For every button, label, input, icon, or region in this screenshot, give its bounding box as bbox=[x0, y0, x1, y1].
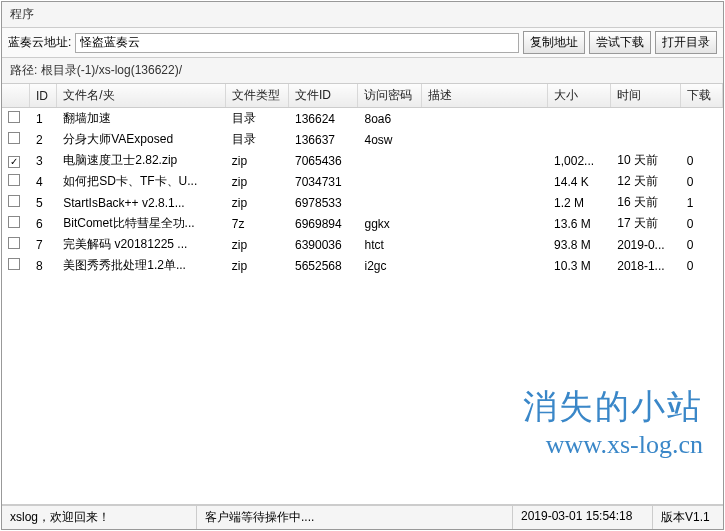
cell-name: 美图秀秀批处理1.2单... bbox=[57, 255, 226, 276]
cell-pwd: 4osw bbox=[358, 129, 421, 150]
cell-desc bbox=[421, 213, 547, 234]
cell-desc bbox=[421, 108, 547, 130]
cell-fid: 6978533 bbox=[288, 192, 358, 213]
col-time[interactable]: 时间 bbox=[611, 84, 681, 108]
cell-pwd bbox=[358, 171, 421, 192]
cell-dl: 0 bbox=[680, 234, 722, 255]
status-time: 2019-03-01 15:54:18 bbox=[513, 506, 653, 529]
copy-address-button[interactable]: 复制地址 bbox=[523, 31, 585, 54]
cell-dl: 0 bbox=[680, 150, 722, 171]
col-fid[interactable]: 文件ID bbox=[288, 84, 358, 108]
cell-type: zip bbox=[225, 234, 288, 255]
col-id[interactable]: ID bbox=[29, 84, 56, 108]
col-pwd[interactable]: 访问密码 bbox=[358, 84, 421, 108]
cell-type: 7z bbox=[225, 213, 288, 234]
col-type[interactable]: 文件类型 bbox=[225, 84, 288, 108]
row-checkbox[interactable] bbox=[8, 237, 20, 249]
cell-time bbox=[611, 129, 681, 150]
cell-desc bbox=[421, 255, 547, 276]
cell-pwd: htct bbox=[358, 234, 421, 255]
cell-time bbox=[611, 108, 681, 130]
window-title: 程序 bbox=[2, 2, 723, 27]
table-row[interactable]: 5StartIsBack++ v2.8.1...zip69785331.2 M1… bbox=[2, 192, 723, 213]
cell-id: 2 bbox=[29, 129, 56, 150]
cell-desc bbox=[421, 171, 547, 192]
path-row: 路径: 根目录(-1)/xs-log(136622)/ bbox=[2, 58, 723, 83]
cell-name: 电脑速度卫士2.82.zip bbox=[57, 150, 226, 171]
cell-type: 目录 bbox=[225, 108, 288, 130]
cell-time: 17 天前 bbox=[611, 213, 681, 234]
cell-fid: 136637 bbox=[288, 129, 358, 150]
cell-dl bbox=[680, 129, 722, 150]
cell-time: 2018-1... bbox=[611, 255, 681, 276]
cell-fid: 6969894 bbox=[288, 213, 358, 234]
cell-size: 13.6 M bbox=[548, 213, 611, 234]
table-row[interactable]: 6BitComet比特彗星全功...7z6969894ggkx13.6 M17 … bbox=[2, 213, 723, 234]
cell-size: 10.3 M bbox=[548, 255, 611, 276]
path-value: 根目录(-1)/xs-log(136622)/ bbox=[41, 63, 182, 77]
col-checkbox[interactable] bbox=[2, 84, 29, 108]
col-desc[interactable]: 描述 bbox=[421, 84, 547, 108]
cell-desc bbox=[421, 150, 547, 171]
cell-time: 10 天前 bbox=[611, 150, 681, 171]
row-checkbox[interactable]: ✓ bbox=[8, 156, 20, 168]
cell-name: 完美解码 v20181225 ... bbox=[57, 234, 226, 255]
open-folder-button[interactable]: 打开目录 bbox=[655, 31, 717, 54]
file-table: ID 文件名/夹 文件类型 文件ID 访问密码 描述 大小 时间 下载 1翻墙加… bbox=[2, 84, 723, 276]
cell-id: 3 bbox=[29, 150, 56, 171]
row-checkbox[interactable] bbox=[8, 258, 20, 270]
cell-id: 1 bbox=[29, 108, 56, 130]
cell-time: 2019-0... bbox=[611, 234, 681, 255]
cell-size: 1.2 M bbox=[548, 192, 611, 213]
table-row[interactable]: ✓3电脑速度卫士2.82.zipzip70654361,002...10 天前0 bbox=[2, 150, 723, 171]
cell-type: zip bbox=[225, 255, 288, 276]
cell-name: BitComet比特彗星全功... bbox=[57, 213, 226, 234]
row-checkbox[interactable] bbox=[8, 195, 20, 207]
table-row[interactable]: 1翻墙加速目录1366248oa6 bbox=[2, 108, 723, 130]
try-download-button[interactable]: 尝试下载 bbox=[589, 31, 651, 54]
cell-type: zip bbox=[225, 150, 288, 171]
watermark-title: 消失的小站 bbox=[523, 384, 703, 430]
cell-desc bbox=[421, 192, 547, 213]
cell-desc bbox=[421, 234, 547, 255]
cell-size: 93.8 M bbox=[548, 234, 611, 255]
col-name[interactable]: 文件名/夹 bbox=[57, 84, 226, 108]
col-dl[interactable]: 下载 bbox=[680, 84, 722, 108]
cell-id: 7 bbox=[29, 234, 56, 255]
row-checkbox[interactable] bbox=[8, 216, 20, 228]
cell-id: 5 bbox=[29, 192, 56, 213]
cell-dl: 0 bbox=[680, 171, 722, 192]
cell-pwd: ggkx bbox=[358, 213, 421, 234]
cell-dl: 0 bbox=[680, 255, 722, 276]
table-row[interactable]: 4如何把SD卡、TF卡、U...zip703473114.4 K12 天前0 bbox=[2, 171, 723, 192]
cell-pwd: i2gc bbox=[358, 255, 421, 276]
table-row[interactable]: 2分身大师VAExposed目录1366374osw bbox=[2, 129, 723, 150]
cell-name: 分身大师VAExposed bbox=[57, 129, 226, 150]
row-checkbox[interactable] bbox=[8, 174, 20, 186]
cell-desc bbox=[421, 129, 547, 150]
cell-dl: 0 bbox=[680, 213, 722, 234]
cell-name: StartIsBack++ v2.8.1... bbox=[57, 192, 226, 213]
row-checkbox[interactable] bbox=[8, 111, 20, 123]
cell-fid: 7034731 bbox=[288, 171, 358, 192]
cell-type: 目录 bbox=[225, 129, 288, 150]
col-size[interactable]: 大小 bbox=[548, 84, 611, 108]
table-row[interactable]: 8美图秀秀批处理1.2单...zip5652568i2gc10.3 M2018-… bbox=[2, 255, 723, 276]
header-row: ID 文件名/夹 文件类型 文件ID 访问密码 描述 大小 时间 下载 bbox=[2, 84, 723, 108]
cell-fid: 5652568 bbox=[288, 255, 358, 276]
status-version: 版本V1.1 bbox=[653, 506, 723, 529]
app-window: 程序 蓝奏云地址: 复制地址 尝试下载 打开目录 路径: 根目录(-1)/xs-… bbox=[1, 1, 724, 530]
cell-size bbox=[548, 129, 611, 150]
cell-fid: 6390036 bbox=[288, 234, 358, 255]
cell-name: 如何把SD卡、TF卡、U... bbox=[57, 171, 226, 192]
cell-id: 4 bbox=[29, 171, 56, 192]
cell-time: 12 天前 bbox=[611, 171, 681, 192]
watermark: 消失的小站 www.xs-log.cn bbox=[523, 384, 703, 460]
address-label: 蓝奏云地址: bbox=[8, 34, 71, 51]
row-checkbox[interactable] bbox=[8, 132, 20, 144]
cell-type: zip bbox=[225, 171, 288, 192]
table-row[interactable]: 7完美解码 v20181225 ...zip6390036htct93.8 M2… bbox=[2, 234, 723, 255]
address-input[interactable] bbox=[75, 33, 519, 53]
cell-fid: 7065436 bbox=[288, 150, 358, 171]
cell-id: 6 bbox=[29, 213, 56, 234]
